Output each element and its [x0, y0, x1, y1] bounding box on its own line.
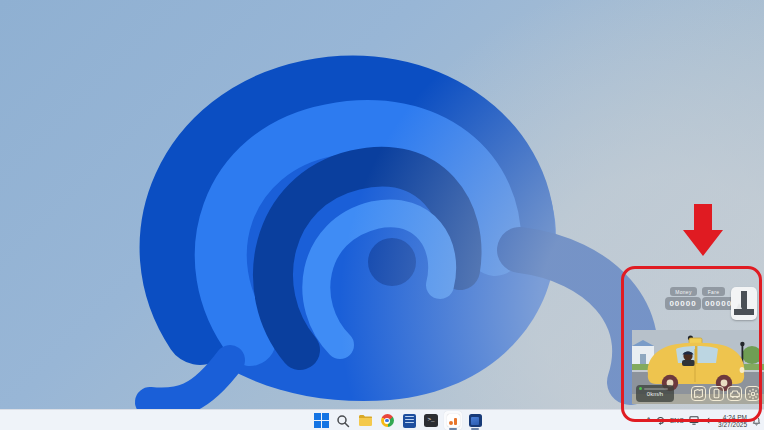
- clock[interactable]: 4:24 PM 3/27/2025: [718, 414, 747, 428]
- taxi-button[interactable]: [727, 386, 742, 401]
- time-text: 4:24 PM: [718, 414, 747, 421]
- hidden-icons-chevron[interactable]: ^: [646, 417, 651, 425]
- settings-button[interactable]: [745, 386, 760, 401]
- fuel-indicator-dot: [639, 387, 642, 390]
- volume-icon[interactable]: [704, 416, 713, 425]
- game-app-icon: [447, 414, 460, 427]
- taskbar-center-icons: >_: [310, 410, 486, 430]
- taskbar: >_ ^ ENG 4:24 PM 3: [0, 409, 764, 430]
- book-app-icon: [403, 414, 416, 428]
- game-action-buttons: [691, 386, 760, 401]
- search-button[interactable]: [332, 410, 354, 430]
- search-icon: [336, 414, 350, 428]
- speedometer: 0km/h: [636, 385, 674, 402]
- chrome-icon: [381, 414, 394, 427]
- start-button[interactable]: [310, 410, 332, 430]
- taxi-icon: [729, 388, 741, 400]
- speed-value: 0km/h: [647, 391, 663, 397]
- language-indicator[interactable]: ENG: [670, 417, 684, 424]
- system-tray: ^ ENG 4:24 PM 3/27/2025: [646, 410, 761, 430]
- phone-button[interactable]: [709, 386, 724, 401]
- notification-bell-icon[interactable]: [752, 416, 761, 426]
- taxi-game-window[interactable]: Money 00000 Fare 00000: [632, 278, 764, 404]
- book-app-button[interactable]: [398, 410, 420, 430]
- money-label: Money: [670, 287, 697, 296]
- sync-icon[interactable]: [656, 416, 665, 425]
- map-icon: [693, 388, 704, 399]
- money-value: 00000: [665, 297, 701, 310]
- red-down-arrow-annotation: [680, 202, 726, 258]
- terminal-button[interactable]: >_: [420, 410, 442, 430]
- photos-app-icon: [469, 414, 482, 427]
- folder-icon: [358, 414, 373, 427]
- phone-icon: [711, 388, 722, 399]
- photos-app-button[interactable]: [464, 410, 486, 430]
- navigation-button[interactable]: [731, 287, 757, 320]
- gear-icon: [747, 388, 759, 400]
- chrome-button[interactable]: [376, 410, 398, 430]
- terminal-icon: >_: [424, 414, 438, 427]
- map-button[interactable]: [691, 386, 706, 401]
- date-text: 3/27/2025: [718, 421, 747, 428]
- display-network-icon[interactable]: [689, 416, 699, 425]
- game-app-button[interactable]: [442, 410, 464, 430]
- fare-label: Fare: [702, 287, 725, 296]
- file-explorer-button[interactable]: [354, 410, 376, 430]
- windows-logo-icon: [314, 413, 329, 428]
- fuel-bar: [644, 388, 668, 390]
